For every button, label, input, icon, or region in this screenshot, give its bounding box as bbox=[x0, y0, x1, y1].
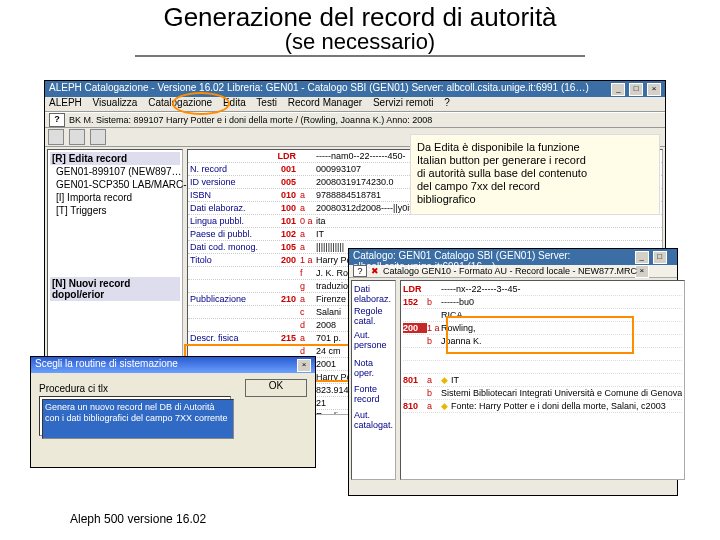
marc-tag: 100 bbox=[268, 203, 300, 213]
tree-header: [R] Edita record bbox=[50, 152, 180, 165]
marc-value: ◆Fonte: Harry Potter e i doni della mort… bbox=[441, 401, 682, 411]
field-label: Dati elaboraz. bbox=[354, 283, 393, 305]
menu-item[interactable]: Visualizza bbox=[93, 97, 138, 108]
marc-indicator: d bbox=[300, 320, 316, 330]
bullet-icon: ◆ bbox=[441, 375, 448, 385]
menubar[interactable]: ALEPH Visualizza Catalogazione Edita Tes… bbox=[45, 97, 665, 112]
marc-value: ita bbox=[316, 216, 662, 226]
footer-version: Aleph 500 versione 16.02 bbox=[70, 512, 206, 526]
marc-row[interactable]: 810a◆Fonte: Harry Potter e i doni della … bbox=[403, 400, 682, 413]
field-label: Pubblicazione bbox=[188, 294, 268, 304]
crumb-text: Catalogo GEN10 - Formato AU - Record loc… bbox=[383, 266, 637, 276]
bullet-icon: ◆ bbox=[441, 401, 448, 411]
marc-row[interactable]: 152b------bu0 bbox=[403, 296, 682, 309]
marc-indicator: a bbox=[300, 229, 316, 239]
field-label: ID versione bbox=[188, 177, 268, 187]
marc-tag: 152 bbox=[403, 297, 427, 307]
minimize-icon[interactable]: _ bbox=[635, 251, 649, 264]
marc-tag: 210 bbox=[268, 294, 300, 304]
marc-tag: 102 bbox=[268, 229, 300, 239]
ok-button[interactable]: OK bbox=[245, 379, 307, 397]
tree-item[interactable]: [I] Importa record bbox=[50, 191, 180, 204]
field-labels: Dati elaboraz.Regole catal.Aut. personeN… bbox=[351, 280, 396, 480]
minimize-icon[interactable]: _ bbox=[611, 83, 625, 96]
marc-row[interactable]: bSistemi Bibliotecari Integrati Universi… bbox=[403, 387, 682, 400]
title-underline bbox=[135, 55, 585, 57]
menu-item[interactable]: ? bbox=[444, 97, 450, 108]
marc-tag: LDR bbox=[268, 151, 300, 161]
field-label: Aut. persone bbox=[354, 329, 393, 351]
field-label: Nota oper. bbox=[354, 357, 393, 379]
marc-indicator: a bbox=[427, 375, 441, 385]
window-title: ALEPH Catalogazione - Versione 16.02 Lib… bbox=[49, 82, 589, 96]
fix-routine-dialog: Scegli la routine di sistemazione × Proc… bbox=[30, 356, 316, 468]
window-title: Catalogo: GEN01 Catalogo SBI (GEN01) Ser… bbox=[353, 250, 634, 264]
close-icon[interactable]: × bbox=[297, 359, 311, 372]
field-label: Regole catal. bbox=[354, 305, 393, 327]
marc-value: IT bbox=[316, 229, 662, 239]
marc-indicator: a bbox=[427, 401, 441, 411]
maximize-icon[interactable]: □ bbox=[653, 251, 667, 264]
note-line: Italian button per generare i record bbox=[417, 154, 653, 167]
highlight-ring-edita bbox=[172, 92, 230, 115]
help-icon[interactable]: ? bbox=[49, 113, 65, 127]
tree-item[interactable]: [T] Triggers bbox=[50, 204, 180, 217]
marc-value: ◆IT bbox=[441, 375, 682, 385]
field-label: Aut. catalogat. bbox=[354, 409, 393, 431]
marc-indicator: a bbox=[300, 203, 316, 213]
toolbar-icon[interactable] bbox=[48, 129, 64, 145]
marc-tag: 200 bbox=[403, 323, 427, 333]
status-line: ? BK M. Sistema: 899107 Harry Potter e i… bbox=[45, 112, 665, 128]
marc-indicator: 1 a bbox=[427, 323, 441, 333]
close-icon[interactable]: × bbox=[647, 83, 661, 96]
marc-tag: 105 bbox=[268, 242, 300, 252]
field-label: Dati elaboraz. bbox=[188, 203, 268, 213]
help-icon[interactable]: ? bbox=[353, 265, 367, 277]
authority-marc-grid[interactable]: LDR-----nx--22-----3--45-152b------bu0RI… bbox=[400, 280, 685, 480]
field-label: Paese di pubbl. bbox=[188, 229, 268, 239]
marc-indicator: a bbox=[300, 294, 316, 304]
breadcrumb: BK M. Sistema: 899107 Harry Potter e i d… bbox=[69, 115, 432, 125]
marc-row[interactable]: Lingua pubbl.1010 aita bbox=[188, 215, 662, 228]
field-label: Lingua pubbl. bbox=[188, 216, 268, 226]
marc-indicator: b bbox=[427, 388, 441, 398]
menu-item[interactable]: Servizi remoti bbox=[373, 97, 434, 108]
marc-tag: 810 bbox=[403, 401, 427, 411]
marc-row[interactable]: LDR-----nx--22-----3--45- bbox=[403, 283, 682, 296]
menu-item[interactable]: ALEPH bbox=[49, 97, 82, 108]
note-line: di autorità sulla base del contenuto bbox=[417, 167, 653, 180]
marc-tag: 010 bbox=[268, 190, 300, 200]
marc-indicator: 0 a bbox=[300, 216, 316, 226]
toolbar-icon[interactable] bbox=[90, 129, 106, 145]
note-line: del campo 7xx del record bbox=[417, 180, 653, 193]
menu-item[interactable]: Record Manager bbox=[288, 97, 362, 108]
field-label: Fonte record bbox=[354, 383, 393, 405]
field-label: Titolo bbox=[188, 255, 268, 265]
tree-panel2: [N] Nuovi record dopol/erior bbox=[50, 277, 180, 301]
marc-row[interactable]: 801a◆IT bbox=[403, 374, 682, 387]
marc-value: -----nx--22-----3--45- bbox=[441, 284, 682, 294]
marc-tag: 801 bbox=[403, 375, 427, 385]
tree-item[interactable]: GEN01-899107 (NEW897… bbox=[50, 165, 180, 178]
window-controls[interactable]: _ □ × bbox=[610, 82, 661, 96]
note-line: bibliografico bbox=[417, 193, 653, 206]
marc-tag: LDR bbox=[403, 284, 427, 294]
dialog-title: Scegli la routine di sistemazione bbox=[35, 358, 178, 372]
marc-indicator: 1 a bbox=[300, 255, 316, 265]
menu-item[interactable]: Testi bbox=[256, 97, 277, 108]
field-label: Dati cod. monog. bbox=[188, 242, 268, 252]
toolbar-icon[interactable] bbox=[69, 129, 85, 145]
explanatory-note: Da Edita è disponibile la funzione Itali… bbox=[410, 134, 660, 215]
marc-row[interactable] bbox=[403, 361, 682, 374]
titlebar: Catalogo: GEN01 Catalogo SBI (GEN01) Ser… bbox=[349, 249, 677, 265]
maximize-icon[interactable]: □ bbox=[629, 83, 643, 96]
list-option-selected[interactable]: Genera un nuovo record nel DB di Autorit… bbox=[42, 399, 234, 439]
marc-indicator: b bbox=[427, 297, 441, 307]
tree-item[interactable]: GEN01-SCP350 LAB/MARC-MRC bbox=[50, 178, 180, 191]
marc-tag: 005 bbox=[268, 177, 300, 187]
procedure-listbox[interactable]: Genera un nuovo record nel DB di Autorit… bbox=[39, 396, 231, 436]
highlight-box-auth-200 bbox=[446, 316, 634, 354]
close-tab-icon[interactable]: ✖ bbox=[371, 266, 379, 276]
breadcrumb: ? ✖ Catalogo GEN10 - Formato AU - Record… bbox=[349, 265, 677, 278]
marc-row[interactable]: Paese di pubbl.102aIT bbox=[188, 228, 662, 241]
